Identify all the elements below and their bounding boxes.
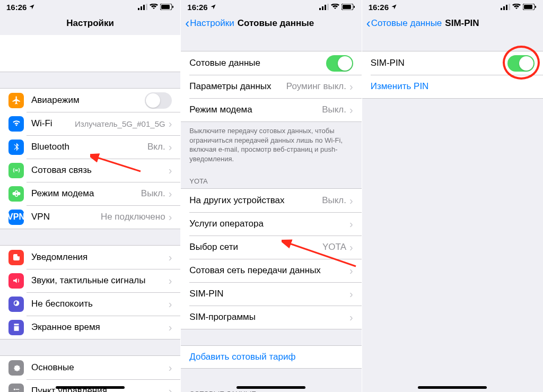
- sounds-icon: [8, 273, 24, 289]
- vpn-label: VPN: [31, 212, 101, 222]
- svg-rect-30: [535, 6, 536, 8]
- status-icons: [501, 4, 537, 10]
- row-network-selection[interactable]: Выбор сети YOTA ›: [181, 236, 361, 259]
- row-sim-apps[interactable]: SIM-программы ›: [181, 306, 361, 329]
- hotspot-label: Режим модема: [31, 188, 141, 199]
- row-cellular-data[interactable]: Сотовые данные: [181, 51, 361, 75]
- status-icons: [138, 4, 174, 10]
- row-general[interactable]: Основные ›: [0, 356, 180, 379]
- row-sounds[interactable]: Звуки, тактильные сигналы ›: [0, 269, 180, 292]
- wifi-value: Излучатель_5G_#01_5G: [75, 119, 165, 128]
- hotspot-label: Режим модема: [189, 104, 322, 115]
- location-icon: [210, 3, 216, 12]
- chevron-icon: ›: [169, 141, 172, 153]
- row-notifications[interactable]: Уведомления ›: [0, 246, 180, 269]
- chevron-icon: ›: [349, 265, 353, 277]
- hotspot-value: Выкл.: [141, 188, 165, 199]
- row-screentime[interactable]: Экранное время ›: [0, 316, 180, 339]
- carrier-services-label: Услуги оператора: [189, 219, 349, 229]
- row-other-devices[interactable]: На других устройствах Выкл. ›: [181, 189, 361, 212]
- row-sim-pin-toggle[interactable]: SIM-PIN: [362, 51, 543, 75]
- vpn-value: Не подключено: [101, 212, 165, 222]
- add-plan-label: Добавить сотовый тариф: [189, 352, 295, 362]
- row-data-options[interactable]: Параметры данных Роуминг выкл. ›: [181, 75, 361, 98]
- control-center-icon: [8, 384, 24, 393]
- chevron-icon: ›: [349, 218, 353, 230]
- cellular-data-toggle[interactable]: [326, 55, 353, 72]
- back-button[interactable]: ‹ Настройки: [185, 16, 234, 31]
- status-time: 16:26: [369, 3, 389, 12]
- status-bar: 16:26: [0, 0, 180, 12]
- chevron-icon: ›: [349, 195, 353, 207]
- hotspot-icon: [8, 186, 24, 202]
- row-cellular[interactable]: Сотовая связь ›: [0, 159, 180, 182]
- airplane-icon: [8, 93, 24, 108]
- chevron-icon: ›: [169, 164, 172, 177]
- svg-rect-1: [141, 6, 142, 10]
- nav-bar: Настройки: [0, 12, 180, 35]
- row-sim-pin[interactable]: SIM-PIN ›: [181, 282, 361, 306]
- profile-placeholder[interactable]: [0, 35, 180, 72]
- cellular-icon: [8, 163, 24, 178]
- chevron-icon: ›: [169, 118, 172, 130]
- svg-rect-18: [325, 5, 326, 10]
- status-bar: 16:26: [362, 0, 543, 12]
- row-carrier-services[interactable]: Услуги оператора ›: [181, 212, 361, 236]
- chevron-icon: ›: [169, 362, 172, 374]
- cellular-pane: 16:26 ‹ Настройки Сотовые данные Сотовые…: [181, 0, 362, 392]
- chevron-icon: ›: [169, 211, 172, 223]
- row-wifi[interactable]: Wi-Fi Излучатель_5G_#01_5G ›: [0, 112, 180, 135]
- row-control-center[interactable]: Пункт управления ›: [0, 379, 180, 392]
- row-bluetooth[interactable]: Bluetooth Вкл. ›: [0, 135, 180, 159]
- row-change-pin[interactable]: Изменить PIN: [362, 75, 543, 98]
- vpn-icon: VPN: [8, 210, 24, 225]
- nav-bar: ‹ Сотовые данные SIM-PIN: [362, 12, 543, 35]
- home-indicator[interactable]: [418, 386, 487, 389]
- status-time: 16:26: [187, 3, 207, 12]
- chevron-icon: ›: [169, 385, 172, 393]
- status-time: 16:26: [6, 3, 27, 12]
- dnd-label: Не беспокоить: [31, 299, 169, 309]
- chevron-icon: ›: [169, 251, 172, 264]
- bluetooth-label: Bluetooth: [31, 142, 147, 152]
- page-title: Сотовые данные: [238, 18, 314, 29]
- home-indicator[interactable]: [237, 386, 305, 389]
- network-selection-value: YOTA: [322, 242, 346, 252]
- group-header-yota: YOTA: [181, 168, 361, 188]
- screentime-label: Экранное время: [31, 322, 169, 333]
- svg-rect-17: [322, 6, 323, 10]
- page-title: SIM-PIN: [445, 18, 479, 29]
- svg-rect-24: [501, 8, 502, 10]
- change-pin-label: Изменить PIN: [371, 81, 535, 92]
- svg-rect-27: [509, 4, 510, 10]
- add-cellular-plan-button[interactable]: Добавить сотовый тариф: [181, 345, 361, 369]
- sounds-label: Звуки, тактильные сигналы: [31, 275, 169, 286]
- chevron-icon: ›: [169, 321, 172, 334]
- back-label: Сотовые данные: [371, 18, 442, 29]
- nav-bar: ‹ Настройки Сотовые данные: [181, 12, 361, 35]
- svg-rect-29: [524, 5, 532, 9]
- row-hotspot[interactable]: Режим модема Выкл. ›: [0, 182, 180, 205]
- row-vpn[interactable]: VPN VPN Не подключено ›: [0, 205, 180, 229]
- hotspot-value: Выкл.: [322, 104, 346, 115]
- sim-pin-toggle[interactable]: [507, 55, 535, 72]
- svg-rect-2: [143, 5, 145, 10]
- svg-rect-0: [138, 8, 139, 10]
- home-indicator[interactable]: [56, 386, 125, 389]
- sim-apps-label: SIM-программы: [189, 312, 349, 323]
- network-selection-label: Выбор сети: [189, 242, 322, 252]
- row-personal-hotspot[interactable]: Режим модема Выкл. ›: [181, 98, 361, 121]
- svg-rect-21: [343, 5, 351, 9]
- back-label: Настройки: [190, 18, 234, 29]
- row-airplane[interactable]: Авиарежим: [0, 89, 180, 112]
- cellular-label: Сотовая связь: [31, 165, 169, 176]
- airplane-toggle[interactable]: [145, 92, 172, 109]
- chevron-icon: ›: [349, 288, 353, 300]
- row-dnd[interactable]: Не беспокоить ›: [0, 292, 180, 316]
- cellular-network-label: Сотовая сеть передачи данных: [189, 265, 349, 276]
- settings-pane: 16:26 Настройки Авиарежим: [0, 0, 181, 392]
- screentime-icon: [8, 320, 24, 335]
- svg-rect-26: [506, 5, 507, 10]
- back-button[interactable]: ‹ Сотовые данные: [366, 16, 442, 31]
- row-cellular-network[interactable]: Сотовая сеть передачи данных ›: [181, 259, 361, 282]
